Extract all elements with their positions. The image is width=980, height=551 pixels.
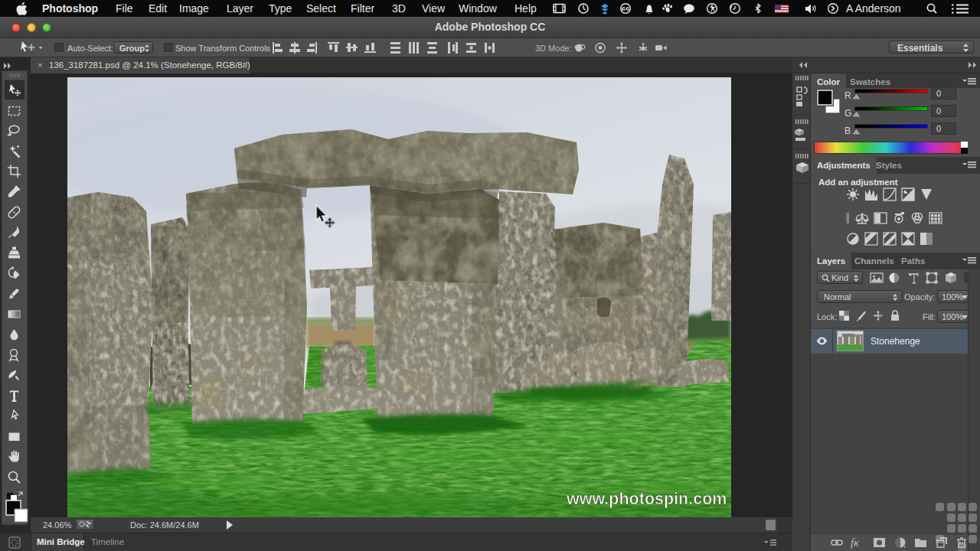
svg-text:fx: fx: [851, 536, 859, 549]
svg-text:www.photospin.com: www.photospin.com: [566, 490, 727, 508]
